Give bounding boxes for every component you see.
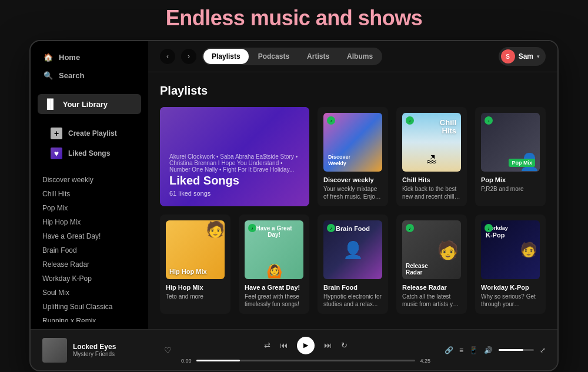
release-radar-name: Release Radar [402,284,461,291]
liked-songs-label: Liked Songs [68,149,110,157]
device-frame: 🏠 Home 🔍 Search ▐▌ Your Library [29,40,559,371]
back-button[interactable]: ‹ [160,49,175,64]
player-track-name: Locked Eyes [73,343,158,351]
spotify-badge-brain: ♪ [327,224,335,232]
lib-item-discover[interactable]: Discover weekly [42,173,136,187]
play-button[interactable]: ▶ [297,337,315,354]
chill-hits-card[interactable]: ♪ ChillHits 🏖 Chill Hits Kick back to th… [396,107,467,206]
create-playlist-button[interactable]: + Create Playlist [38,123,141,143]
tab-podcasts[interactable]: Podcasts [250,49,298,64]
hip-hop-mix-name: Hip Hop Mix [166,284,225,291]
tab-albums[interactable]: Albums [339,49,381,64]
repeat-button[interactable]: ↻ [341,341,348,350]
sidebar-nav: 🏠 Home 🔍 Search [31,48,148,85]
next-button[interactable]: ⏭ [324,341,332,350]
workday-kpop-name: Workday K-Pop [481,284,540,291]
sidebar-library-label: Your Library [63,100,108,109]
discover-weekly-card[interactable]: ♪ Discover Weekly Discover weekly Your w… [318,107,388,206]
lib-item-pop[interactable]: Pop Mix [42,201,136,215]
discover-weekly-desc: Your weekly mixtape of fresh music. Enjo… [323,185,382,200]
device-icon[interactable]: 📱 [469,346,478,354]
release-radar-card[interactable]: ♪ 🧑 ReleaseRadar Release Radar Catch all… [396,215,467,314]
great-day-desc: Feel great with these timelessly fun son… [245,293,303,308]
time-current: 0:00 [181,358,192,364]
topbar-left: ‹ › Playlists Podcasts Artists Albums [160,48,382,65]
discover-weekly-name: Discover weekly [323,176,382,183]
lib-item-chill[interactable]: Chill Hits [42,187,136,201]
workday-kpop-thumb: ♪ 🧑 WorkdayK-Pop [481,220,540,279]
tab-artists[interactable]: Artists [299,49,338,64]
player-thumb [42,338,67,363]
plus-icon: + [51,128,62,139]
liked-songs-text-overlay: Akurei Clockwork • Saba Abraha Ea$tside … [169,153,300,197]
spotify-badge-pop: ♪ [485,116,493,125]
pop-mix-card[interactable]: ♪ 👤 Pop Mix Pop Mix P,R2B and more [475,107,546,206]
brain-food-card[interactable]: ♪ 👤 Brain Food Brain Food Hypnotic elect… [318,215,388,314]
progress-fill [196,360,240,361]
home-icon: 🏠 [44,53,53,62]
volume-icon[interactable]: 🔊 [484,346,493,354]
have-great-day-card[interactable]: ♪ Have a Great Day! 🙆 Have a Great Day! … [239,215,309,314]
search-icon: 🔍 [44,71,53,80]
lib-item-soul[interactable]: Soul Mix [42,286,136,300]
spotify-badge-radar: ♪ [406,224,414,232]
user-badge[interactable]: S Sam ▾ [499,47,546,66]
release-radar-label: ReleaseRadar [406,263,457,276]
forward-button[interactable]: › [181,49,196,64]
workday-kpop-card[interactable]: ♪ 🧑 WorkdayK-Pop Workday K-Pop Why so se… [475,215,546,314]
chevron-down-icon: ▾ [537,53,540,59]
app-container: 🏠 Home 🔍 Search ▐▌ Your Library [31,41,557,370]
beach-chair-icon: 🏖 [426,153,437,166]
chill-hits-name: Chill Hits [402,176,461,183]
player-right: 🔗 ≡ 📱 🔊 ⤢ [440,346,546,354]
progress-track[interactable] [196,360,416,361]
connect-icon[interactable]: 🔗 [445,346,453,354]
brain-food-thumb: ♪ 👤 Brain Food [323,220,382,279]
lib-item-hiphop[interactable]: Hip Hop Mix [42,215,136,229]
player-buttons: ⇄ ⏮ ▶ ⏭ ↻ [264,337,348,354]
shuffle-button[interactable]: ⇄ [264,341,270,350]
fullscreen-icon[interactable]: ⤢ [540,346,546,354]
liked-songs-title: Liked Songs [169,174,300,187]
prev-button[interactable]: ⏮ [280,341,288,350]
hip-hop-mix-desc: Teto and more [166,293,225,300]
lib-item-running[interactable]: Running x Remix [42,314,136,322]
tab-playlists[interactable]: Playlists [203,49,249,64]
great-day-name: Have a Great Day! [245,284,303,291]
sidebar-item-home[interactable]: 🏠 Home [38,48,141,66]
lib-item-great[interactable]: Have a Great Day! [42,229,136,243]
workday-kpop-desc: Why so serious? Get through your workday… [481,293,540,308]
brain-food-label: Brain Food [328,225,377,232]
sidebar-item-search[interactable]: 🔍 Search [38,66,141,85]
hip-hop-mix-card[interactable]: Hip Hop Mix 🧑 Hip Hop Mix Teto and more [160,215,230,314]
sidebar-home-label: Home [59,53,80,62]
progress-bar-container: 0:00 4:25 [181,358,430,364]
lib-item-radar[interactable]: Release Radar [42,257,136,272]
chill-hits-desc: Kick back to the best new and recent chi… [402,185,461,200]
discover-label: Discover Weekly [328,154,350,167]
sidebar-actions: + Create Playlist ♥ Liked Songs [31,123,148,163]
section-title: Playlists [160,84,546,98]
great-day-person-icon: 🙆 [266,264,282,279]
volume-bar[interactable] [499,349,534,351]
queue-icon[interactable]: ≡ [459,346,463,354]
lib-item-brain[interactable]: Brain Food [42,243,136,257]
sidebar-library-section: ▐▌ Your Library [31,94,148,114]
library-icon: ▐▌ [44,99,57,109]
player-track: Locked Eyes Mystery Friends ♡ [42,338,172,363]
liked-songs-button[interactable]: ♥ Liked Songs [38,143,141,163]
liked-songs-desc-text: Akurei Clockwork • Saba Abraha Ea$tside … [169,153,300,173]
user-name: Sam [519,52,533,61]
liked-songs-card[interactable]: Akurei Clockwork • Saba Abraha Ea$tside … [160,107,309,206]
user-avatar: S [501,49,515,63]
pop-mix-label: Pop Mix [509,159,535,167]
lib-item-uplifting[interactable]: Uplifting Soul Classica [42,300,136,314]
time-total: 4:25 [420,358,430,364]
heart-icon: ♥ [51,148,62,159]
playlists-section: Playlists Akurei Clockwork • Saba Abraha… [148,72,557,329]
lib-item-workday[interactable]: Workday K-Pop [42,272,136,286]
topbar-right: S Sam ▾ [499,47,546,66]
liked-songs-sub: 61 liked songs [169,190,300,197]
sidebar-item-library[interactable]: ▐▌ Your Library [38,94,141,114]
player-heart-icon[interactable]: ♡ [164,346,172,355]
